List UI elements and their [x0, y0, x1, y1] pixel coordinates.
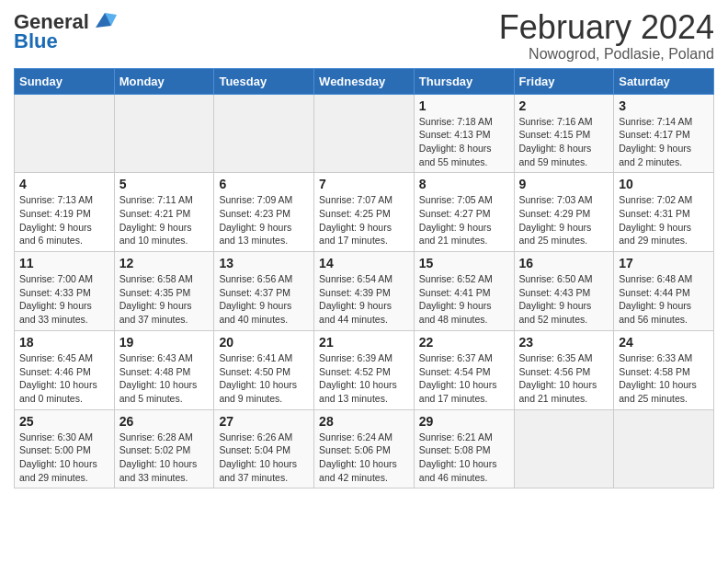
- col-monday: Monday: [114, 68, 214, 94]
- day-info: Sunrise: 7:09 AM Sunset: 4:23 PM Dayligh…: [219, 193, 309, 247]
- calendar-cell: 14Sunrise: 6:54 AM Sunset: 4:39 PM Dayli…: [314, 252, 415, 331]
- calendar-cell: 24Sunrise: 6:33 AM Sunset: 4:58 PM Dayli…: [614, 330, 714, 409]
- day-info: Sunrise: 6:24 AM Sunset: 5:06 PM Dayligh…: [319, 431, 409, 485]
- calendar-cell: 1Sunrise: 7:18 AM Sunset: 4:13 PM Daylig…: [414, 94, 514, 173]
- day-number: 24: [619, 335, 709, 350]
- calendar-cell: 10Sunrise: 7:02 AM Sunset: 4:31 PM Dayli…: [614, 173, 714, 252]
- calendar-table: Sunday Monday Tuesday Wednesday Thursday…: [14, 68, 714, 489]
- day-info: Sunrise: 6:28 AM Sunset: 5:02 PM Dayligh…: [119, 431, 210, 485]
- calendar-cell: 3Sunrise: 7:14 AM Sunset: 4:17 PM Daylig…: [614, 94, 714, 173]
- day-number: 2: [519, 98, 609, 113]
- day-info: Sunrise: 6:50 AM Sunset: 4:43 PM Dayligh…: [519, 272, 609, 327]
- day-info: Sunrise: 7:03 AM Sunset: 4:29 PM Dayligh…: [519, 193, 609, 247]
- day-number: 4: [19, 177, 109, 191]
- calendar-cell: [314, 94, 415, 173]
- calendar-cell: [614, 409, 714, 488]
- day-info: Sunrise: 6:45 AM Sunset: 4:46 PM Dayligh…: [19, 351, 109, 406]
- calendar-cell: 28Sunrise: 6:24 AM Sunset: 5:06 PM Dayli…: [314, 409, 415, 488]
- day-info: Sunrise: 6:52 AM Sunset: 4:41 PM Dayligh…: [419, 272, 509, 327]
- day-info: Sunrise: 6:30 AM Sunset: 5:00 PM Dayligh…: [19, 431, 109, 485]
- calendar-week-4: 18Sunrise: 6:45 AM Sunset: 4:46 PM Dayli…: [15, 330, 714, 409]
- day-number: 12: [119, 256, 210, 270]
- title-block: February 2024 Nowogrod, Podlasie, Poland: [499, 9, 714, 63]
- day-number: 11: [19, 256, 109, 270]
- day-number: 6: [219, 177, 309, 191]
- day-info: Sunrise: 6:39 AM Sunset: 4:52 PM Dayligh…: [319, 351, 409, 406]
- day-info: Sunrise: 6:41 AM Sunset: 4:50 PM Dayligh…: [219, 351, 309, 406]
- calendar-cell: 21Sunrise: 6:39 AM Sunset: 4:52 PM Dayli…: [314, 330, 415, 409]
- calendar-cell: 7Sunrise: 7:07 AM Sunset: 4:25 PM Daylig…: [314, 173, 415, 252]
- day-number: 15: [419, 256, 509, 270]
- page: General Blue February 2024 Nowogrod, Pod…: [0, 0, 728, 502]
- day-info: Sunrise: 6:33 AM Sunset: 4:58 PM Dayligh…: [619, 351, 709, 406]
- day-number: 20: [219, 335, 309, 350]
- col-tuesday: Tuesday: [214, 68, 314, 94]
- col-sunday: Sunday: [15, 68, 115, 94]
- day-number: 9: [519, 177, 609, 191]
- day-info: Sunrise: 6:56 AM Sunset: 4:37 PM Dayligh…: [219, 272, 309, 327]
- day-number: 16: [519, 256, 609, 270]
- col-friday: Friday: [514, 68, 614, 94]
- day-number: 18: [19, 335, 109, 350]
- calendar-cell: 12Sunrise: 6:58 AM Sunset: 4:35 PM Dayli…: [114, 252, 214, 331]
- logo: General Blue: [14, 9, 119, 53]
- calendar-week-1: 1Sunrise: 7:18 AM Sunset: 4:13 PM Daylig…: [15, 94, 714, 173]
- day-info: Sunrise: 7:14 AM Sunset: 4:17 PM Dayligh…: [619, 115, 709, 169]
- day-number: 13: [219, 256, 309, 270]
- calendar-cell: 20Sunrise: 6:41 AM Sunset: 4:50 PM Dayli…: [214, 330, 314, 409]
- calendar-cell: 15Sunrise: 6:52 AM Sunset: 4:41 PM Dayli…: [414, 252, 514, 331]
- day-number: 25: [19, 414, 109, 429]
- day-number: 5: [119, 177, 210, 191]
- day-number: 7: [319, 177, 409, 191]
- day-info: Sunrise: 7:02 AM Sunset: 4:31 PM Dayligh…: [619, 193, 709, 247]
- calendar-cell: 22Sunrise: 6:37 AM Sunset: 4:54 PM Dayli…: [414, 330, 514, 409]
- calendar-cell: 6Sunrise: 7:09 AM Sunset: 4:23 PM Daylig…: [214, 173, 314, 252]
- calendar-cell: 16Sunrise: 6:50 AM Sunset: 4:43 PM Dayli…: [514, 252, 614, 331]
- calendar-week-2: 4Sunrise: 7:13 AM Sunset: 4:19 PM Daylig…: [15, 173, 714, 252]
- day-number: 8: [419, 177, 509, 191]
- day-info: Sunrise: 6:54 AM Sunset: 4:39 PM Dayligh…: [319, 272, 409, 327]
- day-info: Sunrise: 7:00 AM Sunset: 4:33 PM Dayligh…: [19, 272, 109, 327]
- calendar-cell: 13Sunrise: 6:56 AM Sunset: 4:37 PM Dayli…: [214, 252, 314, 331]
- month-year-title: February 2024: [499, 9, 714, 46]
- calendar-cell: 11Sunrise: 7:00 AM Sunset: 4:33 PM Dayli…: [15, 252, 115, 331]
- day-info: Sunrise: 7:07 AM Sunset: 4:25 PM Dayligh…: [319, 193, 409, 247]
- calendar-cell: 26Sunrise: 6:28 AM Sunset: 5:02 PM Dayli…: [114, 409, 214, 488]
- calendar-cell: 9Sunrise: 7:03 AM Sunset: 4:29 PM Daylig…: [514, 173, 614, 252]
- calendar-cell: 5Sunrise: 7:11 AM Sunset: 4:21 PM Daylig…: [114, 173, 214, 252]
- calendar-cell: 18Sunrise: 6:45 AM Sunset: 4:46 PM Dayli…: [15, 330, 115, 409]
- day-number: 27: [219, 414, 309, 429]
- calendar-cell: [15, 94, 115, 173]
- day-number: 23: [519, 335, 609, 350]
- day-number: 29: [419, 414, 509, 429]
- location-subtitle: Nowogrod, Podlasie, Poland: [499, 46, 714, 63]
- day-info: Sunrise: 7:05 AM Sunset: 4:27 PM Dayligh…: [419, 193, 509, 247]
- logo-blue: Blue: [14, 29, 58, 53]
- day-number: 28: [319, 414, 409, 429]
- calendar-cell: [214, 94, 314, 173]
- day-info: Sunrise: 6:35 AM Sunset: 4:56 PM Dayligh…: [519, 351, 609, 406]
- header-row: Sunday Monday Tuesday Wednesday Thursday…: [15, 68, 714, 94]
- day-number: 17: [619, 256, 709, 270]
- calendar-cell: 4Sunrise: 7:13 AM Sunset: 4:19 PM Daylig…: [15, 173, 115, 252]
- logo-bird-icon: [91, 9, 119, 35]
- calendar-cell: 2Sunrise: 7:16 AM Sunset: 4:15 PM Daylig…: [514, 94, 614, 173]
- day-number: 1: [419, 98, 509, 113]
- day-info: Sunrise: 6:43 AM Sunset: 4:48 PM Dayligh…: [119, 351, 210, 406]
- calendar-week-3: 11Sunrise: 7:00 AM Sunset: 4:33 PM Dayli…: [15, 252, 714, 331]
- header: General Blue February 2024 Nowogrod, Pod…: [14, 9, 714, 63]
- day-number: 26: [119, 414, 210, 429]
- day-info: Sunrise: 7:16 AM Sunset: 4:15 PM Dayligh…: [519, 115, 609, 169]
- col-thursday: Thursday: [414, 68, 514, 94]
- day-info: Sunrise: 6:37 AM Sunset: 4:54 PM Dayligh…: [419, 351, 509, 406]
- calendar-cell: 25Sunrise: 6:30 AM Sunset: 5:00 PM Dayli…: [15, 409, 115, 488]
- day-info: Sunrise: 7:18 AM Sunset: 4:13 PM Dayligh…: [419, 115, 509, 169]
- calendar-cell: 29Sunrise: 6:21 AM Sunset: 5:08 PM Dayli…: [414, 409, 514, 488]
- calendar-cell: 17Sunrise: 6:48 AM Sunset: 4:44 PM Dayli…: [614, 252, 714, 331]
- calendar-cell: [114, 94, 214, 173]
- day-number: 3: [619, 98, 709, 113]
- calendar-week-5: 25Sunrise: 6:30 AM Sunset: 5:00 PM Dayli…: [15, 409, 714, 488]
- col-wednesday: Wednesday: [314, 68, 415, 94]
- day-info: Sunrise: 6:58 AM Sunset: 4:35 PM Dayligh…: [119, 272, 210, 327]
- day-info: Sunrise: 7:11 AM Sunset: 4:21 PM Dayligh…: [119, 193, 210, 247]
